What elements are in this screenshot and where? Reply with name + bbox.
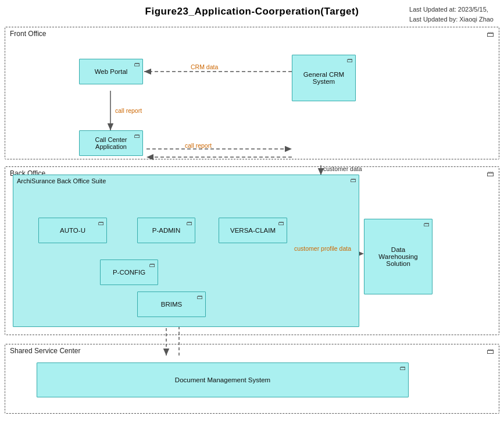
call-center-box: Call Center Application 🗃 [79,130,143,156]
general-crm-box: General CRM System 🗃 [292,55,356,101]
brims-box: BRIMS 🗃 [137,292,206,317]
doc-management-box: Document Management System 🗃 [37,362,409,397]
web-portal-box: Web Portal 🗃 [79,59,143,84]
auto-u-box: AUTO-U 🗃 [38,218,107,243]
versa-claim-box: VERSA-CLAIM 🗃 [219,218,287,243]
shared-service-label: Shared Service Center [10,347,80,355]
meta-info: Last Updated at: 2023/5/15, Last Updated… [409,5,494,24]
customer-profile-label: customer profile data [294,245,351,252]
back-office-icon: 🗃 [487,169,494,178]
call-report-up-label: call report [115,107,142,114]
call-report-right-label: call report [185,142,212,149]
p-admin-box: P-ADMIN 🗃 [137,218,195,243]
front-office-icon: 🗃 [487,30,494,38]
shared-service-icon: 🗃 [487,347,494,356]
crm-data-label: CRM data [191,63,218,70]
data-warehousing-box: Data Warehousing Solution 🗃 [364,219,432,294]
front-office-label: Front Office [10,30,46,38]
p-config-box: P-CONFIG 🗃 [100,260,158,285]
